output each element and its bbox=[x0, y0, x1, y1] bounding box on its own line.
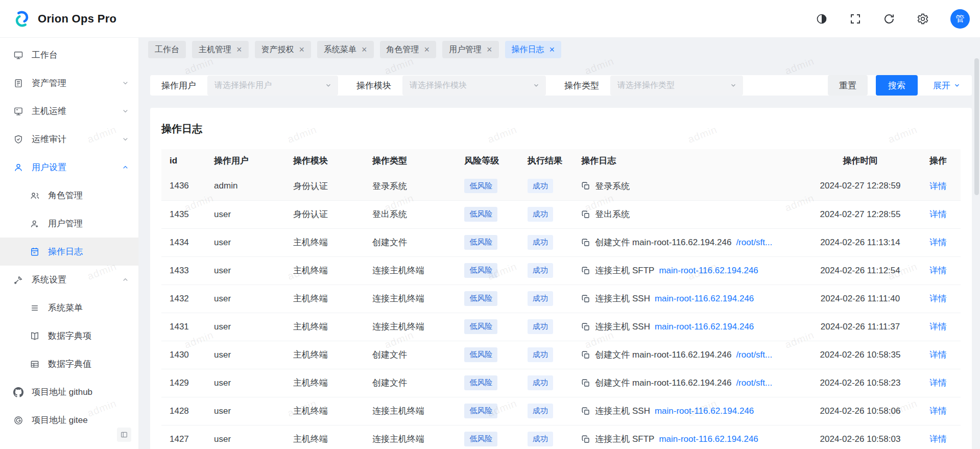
copy-icon[interactable] bbox=[581, 294, 590, 303]
log-target-link[interactable]: main-root-116.62.194.246 bbox=[655, 322, 754, 332]
sidebar-item[interactable]: 数据字典项 bbox=[0, 322, 138, 350]
column-header[interactable]: id bbox=[161, 149, 206, 172]
table-row[interactable]: 1430user主机终端创建文件低风险成功创建文件 main-root-116.… bbox=[161, 341, 961, 369]
filter-label: 操作模块 bbox=[356, 80, 391, 91]
close-icon[interactable]: × bbox=[299, 45, 305, 54]
close-icon[interactable]: × bbox=[424, 45, 430, 54]
cell-user: user bbox=[206, 341, 285, 369]
table-row[interactable]: 1435user身份认证登出系统低风险成功登出系统2024-02-27 12:2… bbox=[161, 200, 961, 228]
sidebar-item[interactable]: 工作台 bbox=[0, 41, 138, 69]
sidebar-item-label: 用户设置 bbox=[32, 161, 113, 173]
tab[interactable]: 资产授权× bbox=[255, 41, 312, 58]
scrollbar[interactable] bbox=[974, 39, 979, 448]
log-target-link[interactable]: main-root-116.62.194.246 bbox=[655, 294, 754, 304]
copy-icon[interactable] bbox=[581, 210, 590, 219]
log-text: 创建文件 main-root-116.62.194.246 bbox=[595, 377, 731, 389]
copy-icon[interactable] bbox=[581, 435, 590, 444]
table-row[interactable]: 1434user主机终端创建文件低风险成功创建文件 main-root-116.… bbox=[161, 228, 961, 256]
filter-select-user[interactable]: 请选择操作用户 bbox=[207, 76, 338, 96]
search-button[interactable]: 搜索 bbox=[876, 75, 918, 96]
cell-user: user bbox=[206, 397, 285, 425]
table-row[interactable]: 1432user主机终端连接主机终端低风险成功连接主机 SSHmain-root… bbox=[161, 285, 961, 313]
log-text: 创建文件 main-root-116.62.194.246 bbox=[595, 349, 731, 361]
table-row[interactable]: 1428user主机终端连接主机终端低风险成功连接主机 SSHmain-root… bbox=[161, 397, 961, 425]
users-icon bbox=[30, 219, 40, 229]
sidebar-item[interactable]: 运维审计 bbox=[0, 125, 138, 153]
copy-icon[interactable] bbox=[581, 322, 590, 332]
copy-icon[interactable] bbox=[581, 407, 590, 416]
column-header[interactable]: 风险等级 bbox=[456, 149, 519, 172]
copy-icon[interactable] bbox=[581, 238, 590, 247]
column-header[interactable]: 操作 bbox=[921, 149, 961, 172]
filter-select-module[interactable]: 请选择操作模块 bbox=[402, 76, 546, 96]
expand-toggle[interactable]: 展开 bbox=[933, 80, 961, 91]
tab[interactable]: 角色管理× bbox=[380, 41, 437, 58]
fullscreen-icon[interactable] bbox=[849, 13, 862, 25]
close-icon[interactable]: × bbox=[549, 45, 555, 54]
result-badge: 成功 bbox=[528, 319, 553, 334]
detail-link[interactable]: 详情 bbox=[929, 406, 947, 416]
copy-icon[interactable] bbox=[581, 379, 590, 388]
cell-type: 登出系统 bbox=[364, 200, 456, 228]
tab[interactable]: 系统菜单× bbox=[317, 41, 374, 58]
column-header[interactable]: 操作时间 bbox=[799, 149, 921, 172]
table-row[interactable]: 1427user主机终端连接主机终端低风险成功连接主机 SFTPmain-roo… bbox=[161, 425, 961, 449]
copy-icon[interactable] bbox=[581, 350, 590, 360]
sidebar-item[interactable]: 用户设置 bbox=[0, 153, 138, 181]
detail-link[interactable]: 详情 bbox=[929, 350, 947, 360]
sidebar-item[interactable]: 角色管理 bbox=[0, 181, 138, 209]
table-row[interactable]: 1429user主机终端创建文件低风险成功创建文件 main-root-116.… bbox=[161, 369, 961, 397]
log-target-link[interactable]: /root/sft... bbox=[736, 238, 772, 248]
sidebar-item-label: 工作台 bbox=[32, 49, 129, 61]
detail-link[interactable]: 详情 bbox=[929, 294, 947, 303]
tab[interactable]: 工作台 bbox=[148, 41, 186, 58]
sidebar-item[interactable]: 项目地址 github bbox=[0, 378, 138, 406]
sidebar-item[interactable]: 资产管理 bbox=[0, 69, 138, 97]
sidebar-item[interactable]: 系统设置 bbox=[0, 266, 138, 294]
theme-toggle-icon[interactable] bbox=[816, 13, 828, 25]
detail-link[interactable]: 详情 bbox=[929, 181, 947, 191]
tab[interactable]: 操作日志× bbox=[505, 41, 562, 58]
column-header[interactable]: 操作日志 bbox=[573, 149, 799, 172]
user-avatar[interactable]: 管 bbox=[950, 9, 970, 29]
sidebar-collapse-button[interactable] bbox=[117, 428, 131, 442]
column-header[interactable]: 操作类型 bbox=[364, 149, 456, 172]
sidebar-item[interactable]: 操作日志 bbox=[0, 238, 138, 266]
detail-link[interactable]: 详情 bbox=[929, 378, 947, 388]
log-target-link[interactable]: main-root-116.62.194.246 bbox=[659, 434, 758, 444]
sidebar-item-label: 系统菜单 bbox=[48, 302, 129, 314]
close-icon[interactable]: × bbox=[236, 45, 242, 54]
cell-id: 1431 bbox=[161, 313, 206, 341]
table-row[interactable]: 1436admin身份认证登录系统低风险成功登录系统2024-02-27 12:… bbox=[161, 172, 961, 200]
tab[interactable]: 用户管理× bbox=[442, 41, 499, 58]
detail-link[interactable]: 详情 bbox=[929, 266, 947, 275]
table-row[interactable]: 1431user主机终端连接主机终端低风险成功连接主机 SSHmain-root… bbox=[161, 313, 961, 341]
filter-select-type[interactable]: 请选择操作类型 bbox=[610, 76, 743, 96]
close-icon[interactable]: × bbox=[362, 45, 367, 54]
column-header[interactable]: 操作模块 bbox=[285, 149, 364, 172]
sidebar-item[interactable]: 主机运维 bbox=[0, 97, 138, 125]
settings-icon[interactable] bbox=[917, 13, 929, 25]
reset-button[interactable]: 重置 bbox=[828, 75, 868, 96]
refresh-icon[interactable] bbox=[883, 13, 895, 25]
log-target-link[interactable]: /root/sft... bbox=[736, 378, 772, 388]
cell-risk: 低风险 bbox=[456, 313, 519, 341]
detail-link[interactable]: 详情 bbox=[929, 434, 947, 444]
column-header[interactable]: 执行结果 bbox=[519, 149, 573, 172]
close-icon[interactable]: × bbox=[487, 45, 492, 54]
sidebar-item[interactable]: 用户管理 bbox=[0, 209, 138, 238]
detail-link[interactable]: 详情 bbox=[929, 238, 947, 247]
log-target-link[interactable]: main-root-116.62.194.246 bbox=[655, 406, 754, 416]
column-header[interactable]: 操作用户 bbox=[206, 149, 285, 172]
detail-link[interactable]: 详情 bbox=[929, 322, 947, 332]
table-row[interactable]: 1433user主机终端连接主机终端低风险成功连接主机 SFTPmain-roo… bbox=[161, 256, 961, 285]
sidebar-item[interactable]: 数据字典值 bbox=[0, 350, 138, 378]
copy-icon[interactable] bbox=[581, 181, 590, 191]
sidebar-item[interactable]: 系统菜单 bbox=[0, 294, 138, 322]
tab[interactable]: 主机管理× bbox=[192, 41, 249, 58]
scrollbar-thumb[interactable] bbox=[974, 58, 979, 195]
detail-link[interactable]: 详情 bbox=[929, 209, 947, 219]
log-target-link[interactable]: /root/sft... bbox=[736, 350, 772, 360]
log-target-link[interactable]: main-root-116.62.194.246 bbox=[659, 266, 758, 276]
copy-icon[interactable] bbox=[581, 266, 590, 275]
